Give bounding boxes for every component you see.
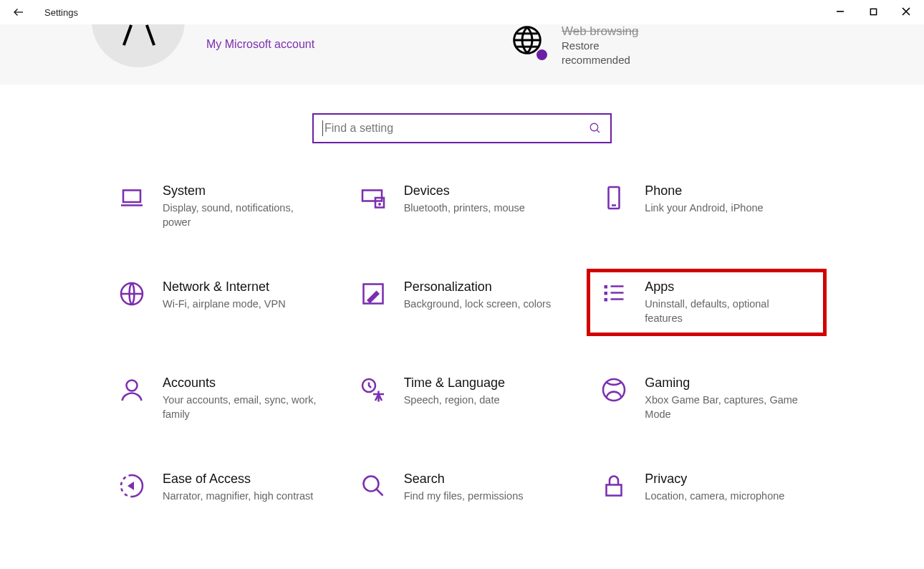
header-band: My Microsoft account Web browsing Restor… (0, 24, 924, 85)
svg-point-2 (590, 123, 598, 131)
back-button[interactable] (6, 1, 32, 24)
tile-gaming[interactable]: GamingXbox Game Bar, captures, Game Mode (593, 371, 820, 426)
tile-system[interactable]: SystemDisplay, sound, notifications, pow… (111, 179, 338, 234)
phone-icon (601, 185, 627, 211)
tile-sub: Link your Android, iPhone (645, 201, 799, 216)
globe-icon (511, 24, 546, 59)
arrow-left-icon (12, 6, 25, 19)
tile-sub: Wi-Fi, airplane mode, VPN (163, 297, 317, 312)
lock-icon (601, 473, 627, 499)
tile-personalization[interactable]: PersonalizationBackground, lock screen, … (352, 275, 579, 330)
web-browsing-title: Web browsing (562, 24, 638, 39)
avatar (92, 24, 185, 67)
tile-title: Privacy (645, 472, 814, 487)
search-box[interactable] (312, 113, 612, 143)
tile-title: Search (404, 472, 574, 487)
close-button[interactable] (890, 0, 923, 23)
minimize-icon (836, 7, 844, 16)
categories-grid: SystemDisplay, sound, notifications, pow… (104, 179, 820, 517)
my-microsoft-account-link[interactable]: My Microsoft account (206, 38, 314, 51)
svg-rect-17 (607, 485, 622, 496)
svg-rect-11 (605, 292, 608, 295)
maximize-button[interactable] (857, 0, 890, 23)
tile-phone[interactable]: PhoneLink your Android, iPhone (593, 179, 820, 234)
titlebar: Settings (0, 0, 924, 24)
paintbrush-icon (360, 281, 386, 307)
tile-sub: Uninstall, defaults, optional features (645, 297, 799, 325)
svg-rect-3 (123, 191, 140, 203)
tile-title: System (163, 183, 332, 199)
tile-title: Network & Internet (163, 279, 332, 295)
tile-sub: Location, camera, microphone (645, 489, 799, 504)
text-cursor (322, 120, 323, 136)
svg-point-16 (363, 477, 378, 492)
svg-rect-4 (362, 191, 382, 201)
xbox-icon (601, 377, 627, 403)
tile-devices[interactable]: DevicesBluetooth, printers, mouse (352, 179, 579, 234)
tile-sub: Narrator, magnifier, high contrast (163, 489, 317, 504)
tile-sub: Your accounts, email, sync, work, family (163, 393, 317, 421)
time-language-icon (360, 377, 386, 403)
web-browsing-sub1: Restore (562, 39, 638, 53)
maximize-icon (870, 8, 877, 16)
tile-ease-of-access[interactable]: Ease of AccessNarrator, magnifier, high … (111, 467, 338, 517)
list-icon (601, 281, 627, 307)
svg-rect-10 (605, 285, 608, 289)
tile-apps[interactable]: AppsUninstall, defaults, optional featur… (593, 275, 820, 330)
tile-search[interactable]: SearchFind my files, permissions (352, 467, 579, 517)
tile-network[interactable]: Network & InternetWi-Fi, airplane mode, … (111, 275, 338, 330)
tile-sub: Xbox Game Bar, captures, Game Mode (645, 393, 799, 421)
tile-time-language[interactable]: Time & LanguageSpeech, region, date (352, 371, 579, 426)
tile-sub: Speech, region, date (404, 393, 558, 408)
tile-accounts[interactable]: AccountsYour accounts, email, sync, work… (111, 371, 338, 426)
window-controls (824, 0, 923, 23)
window-title: Settings (44, 7, 78, 18)
tile-title: Phone (645, 183, 814, 199)
tile-privacy[interactable]: PrivacyLocation, camera, microphone (593, 467, 820, 517)
search-input[interactable] (324, 122, 602, 135)
tile-sub: Find my files, permissions (404, 489, 558, 504)
ease-of-access-icon (119, 473, 145, 499)
magnifier-icon (360, 473, 386, 499)
svg-rect-0 (870, 9, 876, 14)
minimize-button[interactable] (824, 0, 857, 23)
tile-title: Personalization (404, 279, 574, 295)
tile-title: Ease of Access (163, 472, 332, 487)
tile-title: Apps (645, 279, 814, 295)
status-dot-icon (536, 49, 547, 60)
tile-title: Gaming (645, 376, 814, 391)
web-browsing-sub2: recommended (562, 53, 638, 67)
svg-rect-12 (605, 298, 608, 302)
svg-point-6 (378, 203, 381, 206)
tile-sub: Background, lock screen, colors (404, 297, 558, 312)
globe-icon (119, 281, 145, 307)
tile-sub: Bluetooth, printers, mouse (404, 201, 558, 216)
svg-point-13 (127, 381, 138, 391)
tile-title: Time & Language (404, 376, 574, 391)
close-icon (902, 7, 910, 16)
tile-sub: Display, sound, notifications, power (163, 201, 317, 229)
tile-title: Accounts (163, 376, 332, 391)
tile-title: Devices (404, 183, 574, 199)
search-icon (589, 122, 602, 135)
laptop-icon (119, 185, 145, 211)
person-icon (119, 377, 145, 403)
web-browsing-block[interactable]: Web browsing Restore recommended (511, 24, 638, 68)
keyboard-icon (360, 185, 386, 211)
